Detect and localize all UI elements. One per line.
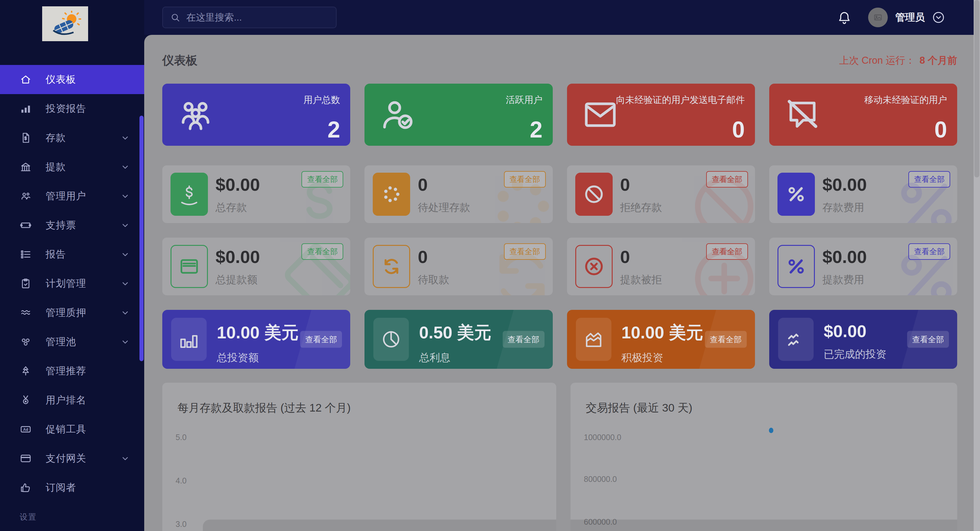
stat-value: 0 (934, 117, 947, 143)
chevron-down-icon (121, 250, 130, 259)
sun-globe-logo-icon (49, 11, 82, 37)
stat-label: 移动未经验证的用户 (864, 94, 947, 107)
card-email-unverified-users[interactable]: 向未经验证的用户发送电子邮件 0 (567, 84, 755, 146)
sidebar-item-manage-referral[interactable]: 管理推荐 (0, 356, 144, 386)
chevron-down-icon (121, 337, 130, 346)
chevron-down-icon (121, 221, 130, 230)
chevron-down-icon (121, 454, 130, 463)
card-mobile-unverified-users[interactable]: 移动未经验证的用户 0 (769, 84, 957, 146)
avatar[interactable] (868, 8, 888, 27)
username[interactable]: 管理员 (896, 11, 925, 24)
search-icon (170, 12, 181, 23)
y-axis-tick: 800000.0 (584, 475, 617, 484)
cron-label: 上次 Cron 运行： (839, 55, 915, 66)
svg-text:Ad: Ad (23, 428, 28, 432)
sidebar-item-label: 订阅者 (46, 481, 76, 494)
sidebar-scrollbar-thumb[interactable] (140, 116, 143, 361)
chevron-down-icon (121, 134, 130, 142)
ban-icon (575, 173, 612, 216)
ticket-icon (20, 219, 32, 231)
data-point-dot (769, 428, 773, 433)
sidebar-item-deposits[interactable]: 存款 (0, 123, 144, 153)
page-header: 仪表板 上次 Cron 运行：8 个月前 (162, 52, 957, 67)
card-completed-invest: $0.00已完成的投资 查看全部 (769, 310, 957, 369)
sidebar-scrollbar[interactable] (140, 0, 143, 531)
sidebar-item-label: 管理推荐 (46, 364, 86, 378)
notification-bell-icon[interactable] (837, 10, 852, 25)
sidebar-item-manage-staking[interactable]: 管理质押 (0, 298, 144, 327)
search-box[interactable] (162, 6, 337, 28)
chevron-down-icon (121, 192, 130, 200)
brand-logo[interactable] (42, 6, 88, 41)
sidebar-item-label: 支付网关 (46, 452, 86, 465)
thumbs-up-icon (20, 482, 32, 494)
area-chart-icon (576, 318, 611, 361)
sidebar-item-promotion-tools[interactable]: Ad 促销工具 (0, 415, 144, 444)
stat-value: 2 (328, 117, 340, 143)
card-total-users[interactable]: 用户总数 2 (162, 84, 350, 146)
x-circle-icon (575, 245, 612, 288)
view-all-button[interactable]: 查看全部 (503, 331, 544, 348)
charts-row: 每月存款及取款报告 (过去 12 个月) 5.0 4.0 3.0 交易报告 (最… (162, 383, 957, 531)
chart-title: 交易报告 (最近 30 天) (586, 401, 942, 415)
y-axis-tick: 4.0 (176, 476, 187, 485)
sidebar-item-label: 管理用户 (46, 189, 86, 203)
waves-icon (20, 307, 32, 319)
stat-value: 2 (530, 117, 542, 143)
deposit-stats-row: $0.00总存款 查看全部 0待处理存款 查看全部 0拒绝存款 查看全部 $0.… (162, 165, 957, 223)
card-active-invest: 10.00 美元积极投资 查看全部 (567, 310, 755, 369)
card-pending-withdrawal: 0待取款 查看全部 (364, 238, 552, 295)
envelope-icon (582, 96, 619, 134)
sidebar-item-subscribers[interactable]: 订阅者 (0, 473, 144, 502)
sidebar-item-payment-gateway[interactable]: 支付网关 (0, 444, 144, 473)
sidebar-section-settings: 设置 (20, 512, 144, 522)
card-active-users[interactable]: 活跃用户 2 (364, 84, 552, 146)
sidebar-item-label: 仪表板 (46, 73, 76, 86)
sidebar-item-manage-users[interactable]: 管理用户 (0, 181, 144, 211)
sidebar-nav: 仪表板 投资报告 存款 提款 管理用户 支持票 报告 (0, 65, 144, 531)
transaction-report-chart: 交易报告 (最近 30 天) 1000000.0 800000.0 600000… (571, 383, 957, 531)
sidebar-item-label: 存款 (46, 131, 66, 145)
stat-label: 总利息 (419, 351, 552, 365)
sidebar-item-general-settings[interactable]: 通用设置 (0, 523, 144, 531)
pool-icon (20, 336, 32, 348)
chevron-down-circle-icon[interactable] (932, 11, 945, 24)
chevron-down-icon (121, 279, 130, 288)
stat-label: 向未经验证的用户发送电子邮件 (616, 94, 745, 107)
sidebar-item-label: 计划管理 (46, 277, 86, 290)
zigzag-lines-icon (778, 318, 814, 361)
page-scrollbar[interactable] (974, 0, 980, 531)
card-total-deposit: $0.00总存款 查看全部 (162, 165, 350, 223)
sidebar-item-support-tickets[interactable]: 支持票 (0, 211, 144, 240)
sidebar: 仪表板 投资报告 存款 提款 管理用户 支持票 报告 (0, 0, 144, 531)
pie-chart-icon (373, 318, 409, 361)
home-icon (20, 73, 32, 86)
view-all-button[interactable]: 查看全部 (705, 331, 747, 348)
medal-icon (20, 394, 32, 406)
bank-icon (20, 161, 32, 173)
page-scrollbar-thumb[interactable] (974, 0, 979, 177)
sidebar-item-manage-pool[interactable]: 管理池 (0, 327, 144, 356)
percent-watermark-icon (887, 167, 957, 223)
view-all-button[interactable]: 查看全部 (300, 331, 342, 348)
sidebar-item-withdrawals[interactable]: 提款 (0, 153, 144, 181)
credit-card-icon (20, 452, 32, 464)
sidebar-item-label: 投资报告 (46, 102, 86, 115)
dollar-watermark-icon (280, 167, 350, 223)
percent-icon (778, 245, 815, 288)
stat-value: 0 (732, 117, 745, 143)
view-all-button[interactable]: 查看全部 (907, 331, 949, 348)
search-input[interactable] (186, 12, 329, 23)
investment-cards-row: 10.00 美元总投资额 查看全部 0.50 美元总利息 查看全部 10.00 … (162, 310, 957, 369)
stat-label: 用户总数 (303, 94, 340, 107)
ad-icon: Ad (20, 423, 32, 435)
card-rejected-withdrawal: 0提款被拒 查看全部 (567, 238, 755, 295)
sidebar-item-reports[interactable]: 报告 (0, 240, 144, 269)
sidebar-item-label: 提款 (46, 160, 66, 173)
sidebar-item-plan-management[interactable]: 计划管理 (0, 269, 144, 298)
sidebar-item-dashboard[interactable]: 仪表板 (0, 65, 144, 94)
sidebar-item-invest-report[interactable]: 投资报告 (0, 94, 144, 123)
topbar-right-cluster: 管理员 (837, 8, 974, 27)
sidebar-item-user-ranking[interactable]: 用户排名 (0, 386, 144, 415)
monthly-deposit-withdraw-chart: 每月存款及取款报告 (过去 12 个月) 5.0 4.0 3.0 (162, 383, 556, 531)
